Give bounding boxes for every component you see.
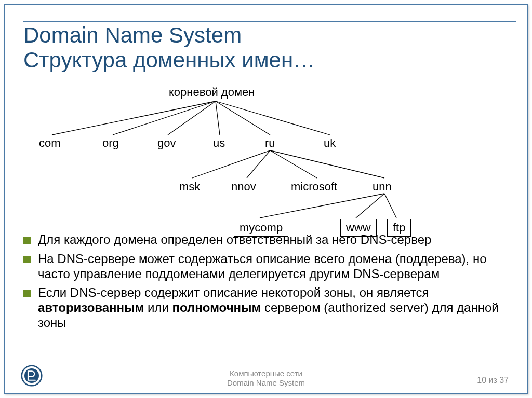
footer-line2: Domain Name System bbox=[5, 378, 527, 388]
svg-line-11 bbox=[356, 194, 384, 218]
svg-line-12 bbox=[384, 194, 396, 218]
svg-line-8 bbox=[270, 150, 317, 178]
bullet-icon bbox=[23, 290, 31, 297]
footer: Компьютерные сети Domain Name System bbox=[5, 369, 527, 388]
footer-line1: Компьютерные сети bbox=[5, 369, 527, 378]
tld-us: us bbox=[213, 136, 225, 150]
bullet-icon bbox=[23, 256, 31, 263]
logo-icon bbox=[21, 365, 43, 387]
svg-line-10 bbox=[260, 194, 384, 218]
tld-ru: ru bbox=[265, 136, 275, 150]
domain-msk: msk bbox=[179, 180, 200, 194]
tld-gov: gov bbox=[157, 136, 176, 150]
svg-line-9 bbox=[270, 150, 384, 178]
svg-line-1 bbox=[113, 101, 216, 135]
bullet-item: На DNS-сервере может содержаться описани… bbox=[23, 252, 511, 282]
bullet-text: Для каждого домена определен ответственн… bbox=[38, 232, 431, 248]
bullet-text: Если DNS-сервер содержит описание некото… bbox=[38, 285, 511, 330]
dns-tree-diagram: корневой домен com org gov us ru uk msk … bbox=[23, 86, 429, 221]
svg-line-3 bbox=[216, 101, 220, 135]
domain-nnov: nnov bbox=[231, 180, 256, 194]
svg-line-4 bbox=[216, 101, 270, 135]
domain-microsoft: microsoft bbox=[291, 180, 337, 194]
bullet-icon bbox=[23, 237, 31, 244]
slide-title-line2: Структура доменных имен… bbox=[23, 48, 315, 73]
slide-title-line1: Domain Name System bbox=[23, 23, 242, 47]
svg-line-5 bbox=[216, 101, 330, 135]
bullet-list: Для каждого домена определен ответственн… bbox=[23, 232, 511, 335]
page-number: 10 из 37 bbox=[477, 376, 509, 385]
tld-org: org bbox=[102, 136, 119, 150]
bullet-item: Для каждого домена определен ответственн… bbox=[23, 232, 511, 248]
svg-line-0 bbox=[52, 101, 216, 135]
tld-com: com bbox=[39, 136, 61, 150]
bullet-item: Если DNS-сервер содержит описание некото… bbox=[23, 285, 511, 330]
bullet-text: На DNS-сервере может содержаться описани… bbox=[38, 252, 511, 282]
tld-uk: uk bbox=[324, 136, 336, 150]
domain-unn: unn bbox=[373, 180, 392, 194]
